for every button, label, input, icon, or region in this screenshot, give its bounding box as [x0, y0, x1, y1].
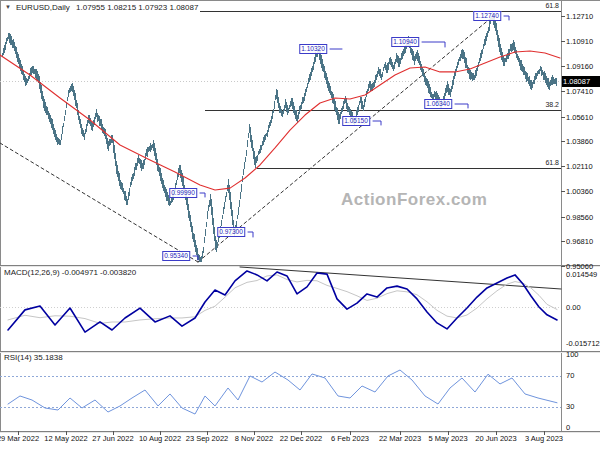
- fib-level-label: 61.8: [535, 2, 559, 9]
- date-tick-label: 22 Dec 2022: [280, 434, 323, 443]
- current-price-badge: 1.08087: [562, 76, 600, 87]
- price-tick-label: 1.03860: [566, 137, 593, 146]
- rising-dashed: [198, 13, 497, 262]
- price-tick-label: 1.09160: [566, 62, 593, 71]
- swing-leader-5: [200, 193, 205, 197]
- rsi-axis-label: 100: [566, 350, 579, 359]
- date-tick-label: 3 Aug 2023: [525, 434, 563, 443]
- price-tick-label: 1.07410: [566, 87, 593, 96]
- date-tick-label: 29 Mar 2022: [0, 434, 39, 443]
- price-tick-label: 1.10910: [566, 37, 593, 46]
- swing-price-label: 0.99990: [169, 188, 197, 198]
- macd-axis-label: -0.015712: [566, 339, 600, 348]
- swing-price-label: 1.10320: [299, 44, 327, 54]
- rsi-axis-label: 0: [566, 423, 570, 432]
- chart-header: EURUSD,Daily 1.07955 1.08215 1.07923 1.0…: [16, 3, 198, 12]
- macd-axis-label: 0.014549: [566, 270, 597, 279]
- price-tick-label: 1.00360: [566, 187, 593, 196]
- date-tick-label: 12 May 2022: [44, 434, 87, 443]
- price-tick-label: 0.98560: [566, 213, 593, 222]
- date-tick-label: 10 Aug 2022: [139, 434, 181, 443]
- swing-leader-0: [504, 16, 509, 20]
- swing-price-label: 1.06340: [424, 99, 452, 109]
- swing-leader-6: [248, 232, 253, 237]
- swing-leader-4: [373, 121, 381, 125]
- swing-leader-3: [455, 104, 468, 108]
- rsi-axis-label: 70: [566, 371, 574, 380]
- macd-main-line: [8, 271, 557, 332]
- date-tick-label: 22 Mar 2023: [379, 434, 421, 443]
- price-tick-label: 0.96810: [566, 237, 593, 246]
- swing-price-label: 0.95340: [162, 251, 190, 261]
- price-tick-label: 1.05610: [566, 113, 593, 122]
- fib-level-label: 38.2: [535, 101, 559, 108]
- price-tick-label: 1.12710: [566, 12, 593, 21]
- date-tick-label: 8 Nov 2022: [235, 434, 273, 443]
- chart-canvas[interactable]: [0, 0, 600, 450]
- macd-indicator-label: MACD(12,26,9) -0.004971 -0.003820: [4, 268, 136, 277]
- rsi-line: [8, 370, 557, 414]
- macd-axis-label: 0.00: [566, 303, 581, 312]
- price-tick-label: 1.02110: [566, 162, 593, 171]
- rsi-indicator-label: RSI(14) 35.1838: [4, 353, 63, 362]
- date-tick-label: 6 Feb 2023: [331, 434, 369, 443]
- rsi-axis-label: 30: [566, 402, 574, 411]
- trading-chart-window: ▼ EURUSD,Daily 1.07955 1.08215 1.07923 1…: [0, 0, 600, 450]
- swing-price-label: 1.10940: [391, 37, 419, 47]
- date-tick-label: 20 Jun 2023: [475, 434, 516, 443]
- watermark: ActionForex.com: [341, 190, 487, 210]
- swing-price-label: 1.12740: [473, 11, 501, 21]
- swing-leader-1: [422, 42, 445, 47]
- fib-level-label: 61.8: [535, 159, 559, 166]
- swing-price-label: 0.97300: [217, 227, 245, 237]
- swing-price-label: 1.05150: [342, 116, 370, 126]
- symbol-timeframe-label: EURUSD,Daily: [16, 3, 70, 12]
- date-tick-label: 27 Jun 2022: [92, 434, 133, 443]
- date-tick-label: 5 May 2023: [428, 434, 467, 443]
- symbol-marker-icon: ▼: [5, 4, 11, 10]
- ohlc-values: 1.07955 1.08215 1.07923 1.08087: [76, 3, 198, 12]
- date-tick-label: 23 Sep 2022: [186, 434, 229, 443]
